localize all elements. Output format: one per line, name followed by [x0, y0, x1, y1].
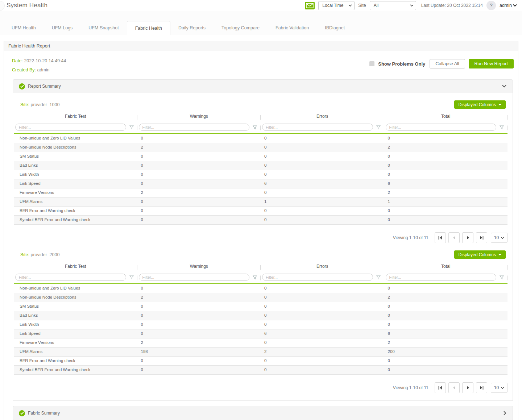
displayed-columns-button[interactable]: Displayed Columns	[454, 100, 506, 109]
cell-warnings: 0	[137, 197, 261, 207]
cell-total: 0	[384, 170, 508, 179]
cell-test: Bad Links	[14, 311, 137, 320]
tab-ufm-snapshot[interactable]: UFM Snapshot	[80, 21, 127, 35]
first-page-button[interactable]	[435, 382, 446, 393]
column-header-total: Total	[384, 112, 508, 122]
panel-header: Fabric Health Report	[4, 41, 518, 51]
filter-funnel-icon[interactable]	[500, 275, 504, 279]
cell-test: Non-unique and Zero LID Values	[14, 134, 137, 143]
filter-funnel-icon[interactable]	[376, 125, 381, 129]
pagination-viewing: Viewing 1-10 of 11	[393, 385, 428, 390]
next-page-button[interactable]	[462, 232, 473, 243]
cell-warnings: 0	[137, 284, 261, 293]
site-select[interactable]: All	[370, 1, 416, 10]
filter-input[interactable]	[139, 124, 250, 131]
first-page-button[interactable]	[435, 232, 446, 243]
show-problems-only-checkbox[interactable]	[369, 61, 374, 66]
next-page-button[interactable]	[462, 382, 473, 393]
cell-warnings: 0	[137, 311, 261, 320]
filter-input[interactable]	[386, 124, 497, 131]
last-page-button[interactable]	[476, 232, 487, 243]
site-name: provider_1000	[31, 102, 60, 107]
tab-topology-compare[interactable]: Topology Compare	[214, 21, 268, 35]
cell-test: BER Error and Warning check	[14, 207, 137, 216]
cell-warnings: 0	[137, 170, 261, 179]
last-page-button[interactable]	[476, 382, 487, 393]
filter-funnel-icon[interactable]	[253, 275, 257, 279]
cell-test: Non-unique Node Descriptions	[14, 293, 137, 302]
run-new-report-button[interactable]: Run New Report	[469, 59, 514, 68]
table-row: Link Width000	[14, 320, 508, 329]
report-summary-header[interactable]: Report Summary	[13, 79, 513, 93]
prev-page-button[interactable]	[448, 232, 460, 243]
created-by-label: Created By:	[12, 67, 36, 72]
timezone-select[interactable]: Local Time	[318, 1, 355, 10]
filter-row	[14, 272, 508, 284]
cell-errors: 0	[261, 284, 384, 293]
tab-fabric-validation[interactable]: Fabric Validation	[268, 21, 317, 35]
filter-funnel-icon[interactable]	[500, 125, 504, 129]
table-row: Link Speed066	[14, 179, 508, 188]
date-value: 2022-10-20 14:49:44	[24, 58, 66, 63]
user-menu[interactable]: admin	[500, 3, 517, 8]
cell-errors: 0	[261, 161, 384, 170]
mail-icon[interactable]	[305, 2, 315, 9]
cell-total: 0	[384, 207, 508, 216]
filter-funnel-icon[interactable]	[253, 125, 257, 129]
cell-errors: 0	[261, 134, 384, 143]
filter-input[interactable]	[386, 274, 497, 281]
cell-test: UFM Alarms	[14, 197, 137, 207]
filter-input[interactable]	[262, 274, 373, 281]
report-meta-row: Date: 2022-10-20 14:49:44 Created By: ad…	[8, 58, 514, 76]
filter-funnel-icon[interactable]	[129, 125, 134, 129]
cell-total: 0	[384, 134, 508, 143]
tab-ibdiagnet[interactable]: IBDiagnet	[317, 21, 353, 35]
fabric-summary-header[interactable]: Fabric Summary	[13, 406, 513, 420]
caret-down-icon	[498, 254, 501, 255]
filter-input[interactable]	[262, 124, 373, 131]
page-size-select[interactable]: 10	[491, 233, 508, 243]
cell-test: Link Speed	[14, 179, 137, 188]
column-header-warnings: Warnings	[137, 262, 261, 272]
cell-warnings: 0	[137, 320, 261, 329]
filter-funnel-icon[interactable]	[376, 275, 381, 279]
cell-errors: 6	[261, 329, 384, 338]
chevron-down-icon	[502, 84, 507, 88]
cell-errors: 2	[261, 348, 384, 357]
cell-total: 0	[384, 152, 508, 161]
site-block-provider-2000: Site: provider_2000 Displayed Columns Fa…	[13, 250, 513, 393]
sidebar-toggle-circle[interactable]	[0, 1, 5, 11]
cell-total: 200	[384, 348, 508, 357]
cell-test: Symbol BER Error and Warning check	[14, 216, 137, 225]
tab-daily-reports[interactable]: Daily Reports	[170, 21, 214, 35]
page-size-select[interactable]: 10	[491, 383, 508, 393]
table-row: Link Speed066	[14, 329, 508, 338]
cell-errors: 0	[261, 188, 384, 197]
tab-ufm-health[interactable]: UFM Health	[4, 21, 44, 35]
displayed-columns-button[interactable]: Displayed Columns	[454, 250, 506, 259]
collapse-all-button[interactable]: Collapse All	[430, 59, 465, 68]
pagination: Viewing 1-10 of 11 10	[13, 382, 508, 393]
site-label: Site	[358, 3, 366, 8]
tab-fabric-health[interactable]: Fabric Health	[127, 21, 170, 35]
report-date-line: Date: 2022-10-20 14:49:44	[12, 58, 66, 63]
filter-input[interactable]	[15, 274, 126, 281]
cell-total: 0	[384, 161, 508, 170]
filter-funnel-icon[interactable]	[129, 275, 134, 279]
pagination-viewing: Viewing 1-10 of 11	[393, 235, 428, 240]
cell-warnings: 2	[137, 338, 261, 348]
prev-page-button[interactable]	[448, 382, 460, 393]
table-row: Non-unique Node Descriptions202	[14, 143, 508, 152]
cell-total: 2	[384, 188, 508, 197]
cell-errors: 0	[261, 302, 384, 311]
fabric-summary-title: Fabric Summary	[28, 411, 60, 416]
chevron-down-icon	[513, 4, 517, 7]
tab-ufm-logs[interactable]: UFM Logs	[44, 21, 81, 35]
fabric-test-table: Fabric Test Warnings Errors Total	[14, 112, 508, 225]
cell-errors: 0	[261, 338, 384, 348]
filter-input[interactable]	[139, 274, 250, 281]
column-header-errors: Errors	[261, 262, 384, 272]
help-button[interactable]: ?	[486, 1, 496, 10]
filter-input[interactable]	[15, 124, 126, 131]
cell-total: 2	[384, 338, 508, 348]
